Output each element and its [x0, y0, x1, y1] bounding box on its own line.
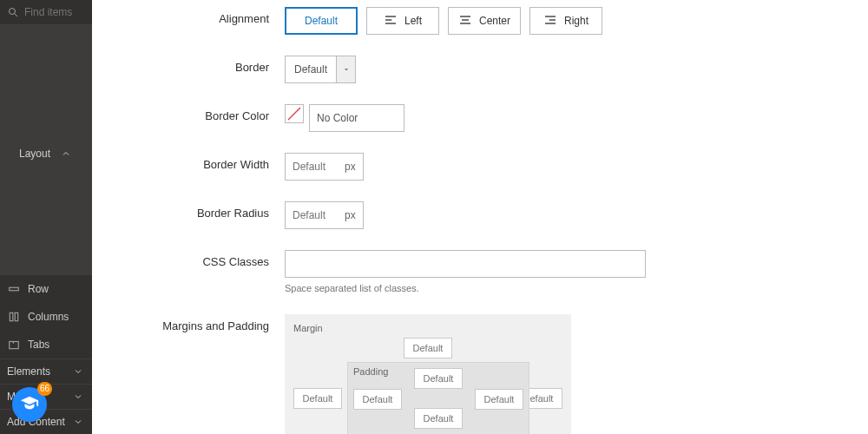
align-center-icon: [458, 13, 472, 30]
tabs-icon: [7, 338, 21, 352]
label-border: Border: [111, 56, 285, 74]
help-badge: 66: [37, 382, 52, 396]
graduation-cap-icon: [20, 394, 39, 416]
sidebar-item-tabs[interactable]: Tabs: [0, 331, 92, 358]
svg-rect-2: [10, 287, 19, 291]
sidebar: Layout Row Columns Tabs Elements: [0, 0, 92, 434]
align-right-button[interactable]: Right: [529, 7, 602, 35]
svg-line-1: [15, 14, 18, 17]
border-radius-input[interactable]: [286, 209, 338, 221]
svg-line-15: [288, 108, 300, 120]
chevron-down-icon: [71, 415, 85, 429]
row-css-classes: CSS Classes Space separated list of clas…: [111, 250, 849, 293]
color-swatch-button[interactable]: [285, 104, 304, 123]
padding-left-input[interactable]: [353, 389, 402, 410]
row-alignment: Alignment Default Left: [111, 7, 849, 35]
margin-label: Margin: [293, 323, 323, 333]
columns-icon: [7, 310, 21, 324]
padding-box: Padding: [347, 362, 529, 434]
svg-rect-3: [10, 312, 13, 320]
chevron-up-icon: [59, 147, 73, 161]
border-color-input[interactable]: [309, 104, 404, 132]
section-label: Elements: [7, 365, 50, 378]
padding-bottom-input[interactable]: [414, 408, 463, 429]
label-margins-padding: Margins and Padding: [111, 314, 285, 332]
row-margins-padding: Margins and Padding Margin Padding: [111, 314, 849, 434]
padding-right-input[interactable]: [475, 389, 523, 410]
css-classes-hint: Space separated list of classes.: [285, 283, 849, 293]
align-left-icon: [384, 13, 398, 30]
sidebar-search: [0, 0, 92, 24]
padding-label: Padding: [353, 366, 388, 377]
align-center-button[interactable]: Center: [448, 7, 521, 35]
row-icon: [7, 282, 21, 296]
margin-left-input[interactable]: [293, 388, 342, 409]
border-select-value: Default: [286, 56, 336, 82]
help-button[interactable]: 66: [12, 387, 47, 422]
chevron-down-icon: [71, 390, 85, 404]
css-classes-input[interactable]: [285, 250, 646, 278]
sidebar-item-row[interactable]: Row: [0, 275, 92, 303]
border-width-input[interactable]: [286, 161, 338, 173]
label-border-color: Border Color: [111, 104, 285, 122]
no-color-icon: [286, 106, 302, 122]
sidebar-item-label: Columns: [28, 311, 69, 323]
align-right-icon: [543, 13, 557, 30]
section-elements[interactable]: Elements: [0, 358, 92, 384]
row-border-width: Border Width px: [111, 153, 849, 181]
svg-point-0: [10, 9, 16, 15]
label-border-radius: Border Radius: [111, 201, 285, 220]
padding-top-input[interactable]: [414, 368, 463, 389]
margin-top-input[interactable]: [404, 338, 452, 358]
margin-padding-diagram: Margin Padding: [285, 314, 571, 434]
align-option-label: Center: [479, 15, 510, 27]
svg-rect-4: [15, 312, 18, 320]
unit-label: px: [338, 161, 363, 173]
search-input[interactable]: [24, 6, 85, 18]
label-alignment: Alignment: [111, 7, 285, 25]
row-border-radius: Border Radius px: [111, 201, 849, 229]
sidebar-item-label: Tabs: [28, 339, 49, 351]
row-border: Border Default: [111, 56, 849, 83]
chevron-down-icon: [71, 365, 85, 378]
sidebar-item-label: Row: [28, 283, 49, 295]
border-radius-field: px: [285, 201, 364, 229]
chevron-down-icon: [336, 56, 355, 82]
align-default-button[interactable]: Default: [285, 7, 358, 35]
align-option-label: Right: [564, 15, 589, 27]
section-label: Layout: [19, 148, 50, 160]
alignment-buttons: Default Left Center: [285, 7, 849, 35]
sidebar-item-columns[interactable]: Columns: [0, 303, 92, 331]
row-border-color: Border Color: [111, 104, 849, 132]
border-select[interactable]: Default: [285, 56, 356, 83]
border-width-field: px: [285, 153, 364, 181]
label-border-width: Border Width: [111, 153, 285, 171]
align-left-button[interactable]: Left: [366, 7, 439, 35]
section-layout[interactable]: Layout: [0, 24, 92, 275]
align-option-label: Default: [305, 15, 338, 27]
unit-label: px: [338, 209, 363, 221]
label-css-classes: CSS Classes: [111, 250, 285, 268]
settings-panel: Alignment Default Left: [92, 0, 868, 434]
search-icon: [7, 5, 19, 19]
align-option-label: Left: [404, 15, 422, 27]
